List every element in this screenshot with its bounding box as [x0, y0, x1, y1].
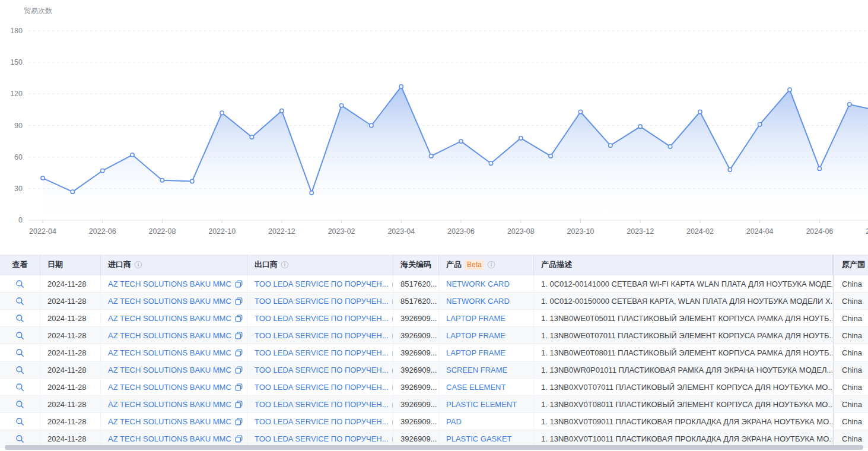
exporter-link[interactable]: TOO LEDA SERVICE ПО ПОРУЧЕН...: [255, 434, 389, 443]
hscode-cell: 3926909...: [393, 430, 439, 447]
data-point-marker[interactable]: [41, 176, 44, 180]
data-point-marker[interactable]: [818, 167, 821, 170]
copy-icon[interactable]: [235, 297, 243, 305]
product-link[interactable]: NETWORK CARD: [446, 280, 510, 288]
data-point-marker[interactable]: [101, 169, 104, 173]
importer-link[interactable]: AZ TECH SOLUTIONS BAKU MMC: [108, 348, 231, 357]
data-point-marker[interactable]: [489, 161, 492, 165]
description-cell: 1. 13NB0XV0T09011 ПЛАСТИКОВАЯ ПРОКЛАДКА …: [534, 413, 833, 430]
table-row: 2024-11-28AZ TECH SOLUTIONS BAKU MMCTOO …: [0, 379, 868, 396]
copy-icon[interactable]: [235, 435, 243, 443]
data-point-marker[interactable]: [459, 139, 463, 143]
importer-link[interactable]: AZ TECH SOLUTIONS BAKU MMC: [108, 314, 231, 323]
magnifier-icon[interactable]: [15, 314, 24, 323]
origin-cell: China: [833, 310, 868, 326]
data-point-marker[interactable]: [190, 179, 194, 183]
copy-icon[interactable]: [235, 418, 243, 425]
data-point-marker[interactable]: [549, 154, 552, 158]
copy-icon[interactable]: [235, 349, 243, 357]
importer-cell: AZ TECH SOLUTIONS BAKU MMC: [101, 379, 247, 395]
product-link[interactable]: NETWORK CARD: [446, 297, 510, 306]
product-link[interactable]: PAD: [446, 417, 462, 426]
product-link[interactable]: LAPTOP FRAME: [446, 331, 505, 340]
exporter-link[interactable]: TOO LEDA SERVICE ПО ПОРУЧЕН...: [255, 314, 389, 323]
data-point-marker[interactable]: [578, 110, 582, 113]
column-label: 查看: [12, 259, 28, 270]
data-point-marker[interactable]: [429, 154, 433, 158]
magnifier-icon[interactable]: [15, 297, 24, 306]
info-icon[interactable]: [487, 261, 495, 269]
exporter-link[interactable]: TOO LEDA SERVICE ПО ПОРУЧЕН...: [255, 280, 389, 288]
data-point-marker[interactable]: [728, 168, 732, 171]
exporter-link[interactable]: TOO LEDA SERVICE ПО ПОРУЧЕН...: [255, 383, 389, 392]
hscode-cell: 8517620...: [393, 293, 439, 309]
magnifier-icon[interactable]: [15, 400, 24, 409]
importer-link[interactable]: AZ TECH SOLUTIONS BAKU MMC: [108, 331, 231, 340]
product-link[interactable]: CASE ELEMENT: [446, 383, 505, 392]
exporter-link[interactable]: TOO LEDA SERVICE ПО ПОРУЧЕН...: [255, 417, 389, 426]
importer-link[interactable]: AZ TECH SOLUTIONS BAKU MMC: [108, 400, 231, 409]
data-point-marker[interactable]: [370, 123, 373, 127]
importer-cell: AZ TECH SOLUTIONS BAKU MMC: [101, 344, 247, 361]
magnifier-icon[interactable]: [15, 366, 24, 374]
magnifier-icon[interactable]: [15, 348, 24, 357]
description-cell: 1. 13NB0WE0T08011 ПЛАСТИКОВЫЙ ЭЛЕМЕНТ КО…: [534, 344, 833, 361]
magnifier-icon[interactable]: [15, 383, 24, 392]
magnifier-icon[interactable]: [15, 280, 24, 288]
column-header-hscode: 海关编码: [393, 255, 439, 275]
origin-cell: China: [833, 327, 868, 344]
table-row: 2024-11-28AZ TECH SOLUTIONS BAKU MMCTOO …: [0, 396, 868, 413]
data-point-marker[interactable]: [609, 144, 612, 147]
exporter-link[interactable]: TOO LEDA SERVICE ПО ПОРУЧЕН...: [255, 400, 389, 409]
horizontal-scrollbar-thumb[interactable]: [5, 445, 863, 450]
magnifier-icon[interactable]: [15, 434, 24, 443]
importer-link[interactable]: AZ TECH SOLUTIONS BAKU MMC: [108, 366, 231, 374]
copy-icon[interactable]: [235, 401, 243, 408]
copy-icon[interactable]: [235, 366, 243, 374]
data-point-marker[interactable]: [668, 145, 672, 148]
data-point-marker[interactable]: [160, 178, 164, 182]
data-point-marker[interactable]: [220, 111, 224, 115]
description-cell: 1. 13NB0XV0T10011 ПЛАСТИКОВАЯ ПРОКЛАДКА …: [534, 430, 833, 447]
data-point-marker[interactable]: [399, 85, 403, 88]
copy-icon[interactable]: [235, 332, 243, 339]
data-point-marker[interactable]: [280, 109, 284, 112]
data-point-marker[interactable]: [339, 104, 343, 107]
data-point-marker[interactable]: [698, 110, 702, 113]
product-link[interactable]: SCREEN FRAME: [446, 366, 507, 374]
copy-icon[interactable]: [235, 280, 243, 288]
importer-link[interactable]: AZ TECH SOLUTIONS BAKU MMC: [108, 417, 231, 426]
column-label: 产品描述: [541, 259, 572, 270]
info-icon[interactable]: [134, 261, 142, 269]
copy-icon[interactable]: [235, 315, 243, 322]
date-cell: 2024-11-28: [40, 430, 101, 447]
data-point-marker[interactable]: [848, 103, 851, 106]
importer-link[interactable]: AZ TECH SOLUTIONS BAKU MMC: [108, 383, 231, 392]
trade-trend-chart: 贸易次数 03060901201501802022-042022-062022-…: [0, 0, 868, 249]
data-point-marker[interactable]: [519, 136, 523, 140]
data-point-marker[interactable]: [131, 153, 134, 157]
exporter-link[interactable]: TOO LEDA SERVICE ПО ПОРУЧЕН...: [255, 348, 389, 357]
view-cell: [0, 275, 40, 292]
magnifier-icon[interactable]: [15, 417, 24, 426]
exporter-link[interactable]: TOO LEDA SERVICE ПО ПОРУЧЕН...: [255, 366, 389, 374]
product-link[interactable]: PLASTIC ELEMENT: [446, 400, 517, 409]
product-link[interactable]: LAPTOP FRAME: [446, 348, 505, 357]
importer-link[interactable]: AZ TECH SOLUTIONS BAKU MMC: [108, 280, 231, 288]
product-link[interactable]: PLASTIC GASKET: [446, 434, 512, 443]
product-link[interactable]: LAPTOP FRAME: [446, 314, 505, 323]
data-point-marker[interactable]: [71, 190, 74, 193]
importer-link[interactable]: AZ TECH SOLUTIONS BAKU MMC: [108, 434, 231, 443]
data-point-marker[interactable]: [788, 88, 791, 91]
copy-icon[interactable]: [235, 383, 243, 391]
exporter-link[interactable]: TOO LEDA SERVICE ПО ПОРУЧЕН...: [255, 331, 389, 340]
data-point-marker[interactable]: [758, 123, 761, 126]
table-row: 2024-11-28AZ TECH SOLUTIONS BAKU MMCTOO …: [0, 293, 868, 310]
data-point-marker[interactable]: [638, 125, 642, 128]
data-point-marker[interactable]: [250, 135, 253, 139]
importer-link[interactable]: AZ TECH SOLUTIONS BAKU MMC: [108, 297, 231, 306]
magnifier-icon[interactable]: [15, 331, 24, 340]
info-icon[interactable]: [281, 261, 289, 269]
exporter-link[interactable]: TOO LEDA SERVICE ПО ПОРУЧЕН...: [255, 297, 389, 306]
data-point-marker[interactable]: [310, 191, 313, 195]
